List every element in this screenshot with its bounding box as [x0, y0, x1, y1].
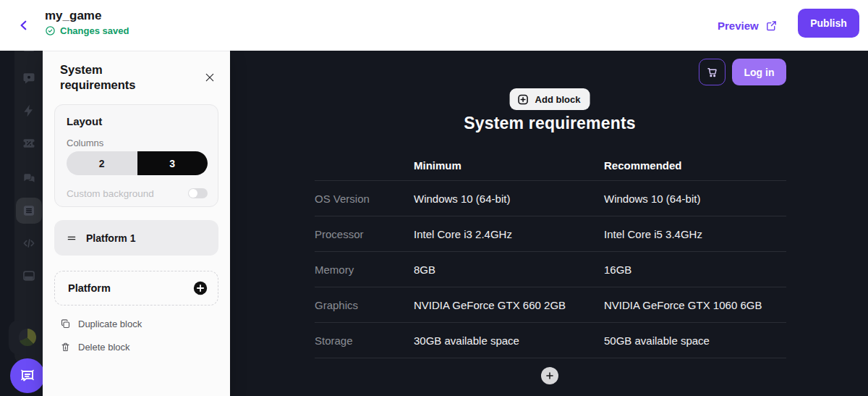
duplicate-icon	[60, 319, 71, 329]
block-settings-panel: System requirements Layout Columns 2 3 C…	[43, 51, 230, 396]
columns-segmented-control: 2 3	[67, 151, 208, 175]
external-link-icon	[765, 20, 778, 32]
ticket-icon[interactable]	[16, 130, 42, 156]
columns-label: Columns	[67, 138, 103, 148]
footer-block-icon[interactable]	[16, 263, 42, 289]
save-status-label: Changes saved	[60, 25, 129, 36]
add-block-button[interactable]: Add block	[510, 88, 590, 110]
custom-background-label: Custom background	[67, 188, 154, 199]
row-rec: Windows 10 (64-bit)	[604, 193, 786, 205]
custom-background-toggle[interactable]	[188, 188, 208, 198]
row-rec: NVIDIA GeForce GTX 1060 6GB	[604, 299, 786, 311]
platform-item-label: Platform 1	[86, 232, 135, 244]
row-label: Memory	[315, 264, 414, 276]
row-label: Storage	[315, 334, 414, 347]
back-button[interactable]	[12, 13, 36, 38]
check-circle-icon	[45, 25, 56, 36]
columns-option-2[interactable]: 2	[67, 151, 137, 175]
plus-circle-icon	[192, 280, 208, 296]
requirements-table: Minimum Recommended OS Version Windows 1…	[315, 150, 786, 358]
table-row[interactable]: Processor Intel Core i3 2.4GHz Intel Cor…	[315, 216, 786, 252]
cart-button[interactable]	[699, 59, 726, 85]
plus-square-icon	[517, 93, 529, 106]
row-rec: 16GB	[604, 264, 786, 276]
preview-page-header: Log in	[699, 59, 786, 85]
code-icon[interactable]	[16, 230, 42, 256]
columns-option-3[interactable]: 3	[137, 151, 208, 175]
section-title: System requirements	[313, 114, 786, 133]
add-section-button[interactable]	[541, 367, 558, 384]
table-row[interactable]: Memory 8GB 16GB	[315, 252, 786, 287]
preview-label: Preview	[718, 20, 759, 32]
custom-background-row: Custom background	[67, 186, 208, 201]
editor-screen: Log in Add block System requirements Min…	[0, 0, 868, 396]
lightning-icon[interactable]	[16, 98, 42, 124]
row-min: 8GB	[414, 264, 604, 276]
header-recommended: Recommended	[604, 159, 786, 172]
chat-widget-icon	[18, 366, 37, 385]
add-platform-button[interactable]: Platform	[54, 271, 218, 306]
platform-list-item[interactable]: Platform 1	[54, 220, 218, 256]
table-header-row: Minimum Recommended	[315, 150, 786, 181]
plus-icon	[545, 371, 555, 381]
layout-heading: Layout	[67, 115, 102, 127]
close-panel-button[interactable]	[200, 67, 220, 88]
delete-block-label: Delete block	[78, 342, 130, 353]
trash-icon	[60, 342, 71, 353]
chat-bubbles-icon[interactable]	[16, 165, 42, 191]
editor-topbar: my_game Changes saved Preview Publish	[0, 0, 868, 51]
drag-handle-icon	[66, 232, 77, 244]
panel-title: System requirements	[60, 62, 176, 93]
row-rec: Intel Core i5 3.4GHz	[604, 228, 786, 240]
add-platform-label: Platform	[68, 282, 111, 294]
delete-block-button[interactable]: Delete block	[60, 340, 130, 354]
table-row[interactable]: Storage 30GB available space 50GB availa…	[315, 323, 786, 358]
publish-button[interactable]: Publish	[798, 9, 859, 38]
preview-button[interactable]: Preview	[718, 16, 778, 35]
row-min: NVIDIA GeForce GTX 660 2GB	[414, 299, 604, 311]
support-chat-button[interactable]	[10, 358, 45, 393]
layout-card: Layout Columns 2 3 Custom background	[54, 104, 218, 207]
toggle-knob	[189, 189, 197, 198]
save-status: Changes saved	[45, 25, 129, 36]
project-title: my_game	[45, 9, 101, 23]
row-min: Windows 10 (64-bit)	[414, 193, 604, 205]
row-min: Intel Core i3 2.4GHz	[414, 228, 604, 240]
preview-content: Log in Add block System requirements Min…	[313, 51, 786, 396]
close-icon	[204, 72, 216, 83]
table-row[interactable]: Graphics NVIDIA GeForce GTX 660 2GB NVID…	[315, 287, 786, 323]
duplicate-block-button[interactable]: Duplicate block	[60, 316, 142, 331]
table-row[interactable]: OS Version Windows 10 (64-bit) Windows 1…	[315, 181, 786, 216]
chevron-left-icon	[17, 19, 30, 32]
avatar	[19, 329, 36, 346]
row-label: Graphics	[315, 299, 414, 311]
login-button[interactable]: Log in	[732, 59, 786, 85]
row-label: Processor	[315, 228, 414, 240]
header-minimum: Minimum	[414, 159, 604, 172]
add-block-label: Add block	[535, 94, 581, 105]
comment-icon[interactable]	[16, 65, 42, 91]
duplicate-block-label: Duplicate block	[78, 319, 142, 329]
row-rec: 50GB available space	[604, 334, 786, 347]
row-label: OS Version	[315, 193, 414, 205]
cart-icon	[705, 65, 719, 79]
list-block-icon[interactable]	[16, 198, 42, 224]
row-min: 30GB available space	[414, 334, 604, 347]
